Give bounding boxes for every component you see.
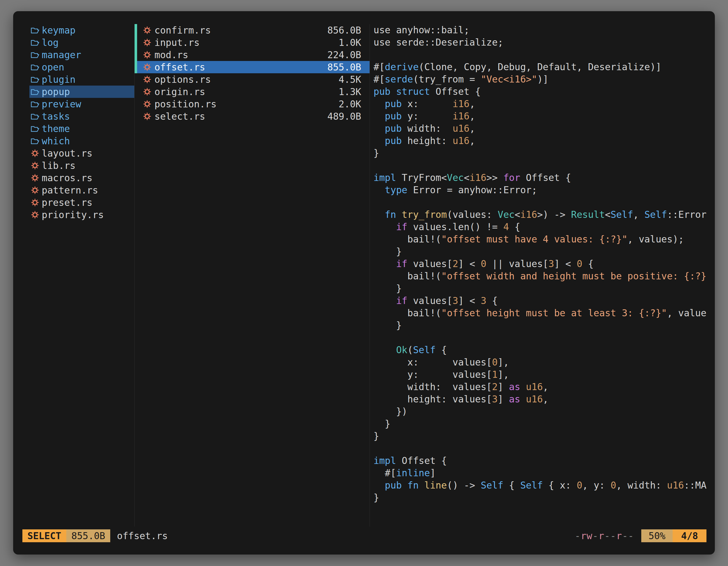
folder-icon	[30, 113, 39, 120]
code-line	[374, 159, 715, 172]
code-line: Ok(Self {	[374, 344, 715, 356]
code-line	[374, 332, 715, 344]
status-right-group: -rw-r--r-- 50% 4/8	[575, 529, 706, 542]
sidebar-item-label: theme	[42, 123, 70, 134]
code-line: }	[374, 283, 715, 295]
code-line: #[inline]	[374, 467, 715, 479]
sidebar-item-preset-rs[interactable]: preset.rs	[29, 196, 134, 209]
visual-selection-marker	[135, 24, 137, 36]
cursor-position-badge: 4/8	[673, 529, 706, 542]
code-line: if values[3] < 3 {	[374, 295, 715, 307]
sidebar-item-label: log	[42, 37, 59, 48]
file-row-mod-rs[interactable]: mod.rs224.0B	[135, 49, 370, 61]
file-name: offset.rs	[154, 62, 205, 73]
visual-selection-marker	[135, 36, 137, 49]
sidebar-item-label: manager	[42, 50, 81, 60]
sidebar-item-pattern-rs[interactable]: pattern.rs	[29, 184, 134, 196]
mode-badge: SELECT	[22, 529, 66, 542]
visual-selection-marker	[135, 61, 137, 73]
code-line: width: values[2] as u16,	[374, 381, 715, 393]
current-pane[interactable]: confirm.rs856.0Binput.rs1.0Kmod.rs224.0B…	[134, 24, 370, 527]
rust-file-icon	[30, 149, 39, 157]
code-line: impl Offset {	[374, 455, 715, 467]
sidebar-item-log[interactable]: log	[29, 36, 134, 49]
folder-icon	[30, 51, 39, 58]
sidebar-item-which[interactable]: which	[29, 135, 134, 147]
sidebar-item-macros-rs[interactable]: macros.rs	[29, 172, 134, 184]
code-line: }	[374, 418, 715, 430]
file-row-options-rs[interactable]: options.rs4.5K	[135, 73, 370, 86]
sidebar-item-priority-rs[interactable]: priority.rs	[29, 209, 134, 221]
scroll-percentage-badge: 50%	[641, 529, 673, 542]
selected-size-badge: 855.0B	[66, 529, 110, 542]
code-line: pub y: i16,	[374, 110, 715, 123]
rust-file-icon	[30, 174, 39, 182]
code-line: type Error = anyhow::Error;	[374, 184, 715, 196]
code-line: }	[374, 492, 715, 504]
code-line: x: values[0],	[374, 356, 715, 368]
file-name: confirm.rs	[154, 25, 211, 36]
rust-file-icon	[30, 186, 39, 194]
sidebar-item-theme[interactable]: theme	[29, 123, 134, 135]
folder-icon	[30, 64, 39, 71]
file-name: input.rs	[154, 37, 199, 48]
file-size: 856.0B	[327, 25, 361, 36]
file-permissions: -rw-r--r--	[575, 530, 634, 541]
sidebar-item-label: macros.rs	[42, 173, 93, 184]
code-line: pub height: u16,	[374, 135, 715, 147]
sidebar-item-popup[interactable]: popup	[29, 86, 134, 98]
sidebar-item-label: which	[42, 136, 70, 147]
file-size: 855.0B	[327, 62, 361, 73]
file-size: 2.0K	[339, 99, 361, 110]
sidebar-item-open[interactable]: open	[29, 61, 134, 73]
file-size: 1.3K	[339, 86, 361, 97]
sidebar-item-keymap[interactable]: keymap	[29, 24, 134, 36]
sidebar-item-label: layout.rs	[42, 148, 93, 159]
code-line: if values[2] < 0 || values[3] < 0 {	[374, 258, 715, 270]
sidebar-item-label: tasks	[42, 111, 70, 122]
code-line: }	[374, 319, 715, 332]
sidebar-item-label: preview	[42, 99, 81, 110]
file-row-origin-rs[interactable]: origin.rs1.3K	[135, 86, 370, 98]
sidebar-item-lib-rs[interactable]: lib.rs	[29, 159, 134, 172]
code-line: }	[374, 246, 715, 258]
parent-pane[interactable]: keymaplogmanageropenpluginpopuppreviewta…	[13, 24, 134, 527]
visual-selection-marker	[135, 73, 137, 86]
preview-pane[interactable]: use anyhow::bail;use serde::Deserialize;…	[370, 24, 715, 527]
file-row-input-rs[interactable]: input.rs1.0K	[135, 36, 370, 49]
code-line: impl TryFrom<Vec<i16>> for Offset {	[374, 172, 715, 184]
folder-icon	[30, 101, 39, 108]
code-line: fn try_from(values: Vec<i16>) -> Result<…	[374, 209, 715, 221]
sidebar-item-layout-rs[interactable]: layout.rs	[29, 147, 134, 159]
sidebar-item-plugin[interactable]: plugin	[29, 73, 134, 86]
sidebar-item-label: open	[42, 62, 64, 73]
rust-file-icon	[143, 26, 152, 34]
code-line: height: values[3] as u16,	[374, 393, 715, 405]
rust-file-icon	[143, 51, 152, 59]
sidebar-item-tasks[interactable]: tasks	[29, 110, 134, 123]
code-line: pub fn line() -> Self { Self { x: 0, y: …	[374, 479, 715, 492]
visual-selection-marker	[135, 86, 137, 98]
status-bar: SELECT 855.0B offset.rs -rw-r--r-- 50% 4…	[22, 529, 706, 542]
file-row-position-rs[interactable]: position.rs2.0K	[135, 98, 370, 110]
visual-selection-marker	[135, 110, 137, 123]
folder-icon	[30, 27, 39, 34]
file-row-select-rs[interactable]: select.rs489.0B	[135, 110, 370, 123]
sidebar-item-preview[interactable]: preview	[29, 98, 134, 110]
file-name: position.rs	[154, 99, 217, 110]
file-row-offset-rs[interactable]: offset.rs855.0B	[135, 61, 370, 73]
file-size: 1.0K	[339, 37, 361, 48]
sidebar-item-manager[interactable]: manager	[29, 49, 134, 61]
rust-file-icon	[30, 211, 39, 219]
code-line: use anyhow::bail;	[374, 24, 715, 36]
file-size: 4.5K	[339, 74, 361, 85]
folder-icon	[30, 39, 39, 46]
file-name: options.rs	[154, 74, 211, 85]
file-size: 224.0B	[327, 50, 361, 60]
code-line: }	[374, 147, 715, 159]
code-line: #[derive(Clone, Copy, Debug, Default, De…	[374, 61, 715, 73]
rust-file-icon	[30, 162, 39, 170]
visual-selection-marker	[135, 98, 137, 110]
code-line: if values.len() != 4 {	[374, 221, 715, 233]
file-row-confirm-rs[interactable]: confirm.rs856.0B	[135, 24, 370, 36]
